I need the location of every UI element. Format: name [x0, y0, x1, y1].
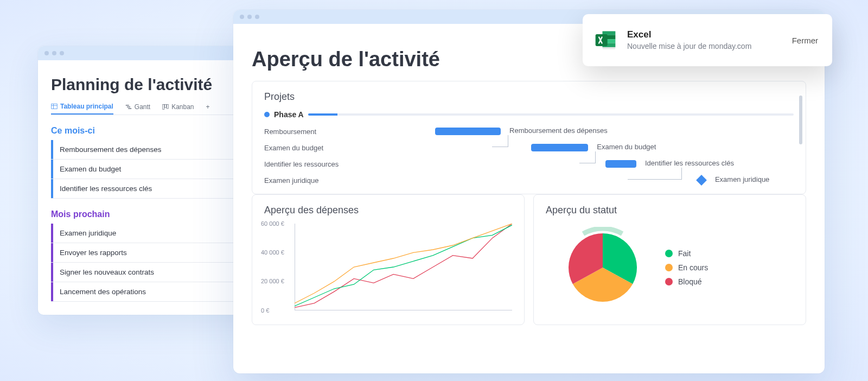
expenses-line-chart: 60 000 € 40 000 € 20 000 € 0 € [295, 224, 512, 310]
card-heading: Aperçu du statut [546, 205, 794, 216]
gantt-row[interactable]: Identifier les ressources Identifier les… [264, 156, 794, 172]
projects-card: Projets Phase A Remboursement Remboursem… [252, 81, 806, 194]
svg-rect-0 [52, 104, 58, 109]
legend-item: Fait [665, 249, 708, 258]
tab-kanban[interactable]: Kanban [162, 99, 194, 115]
chart-lines [295, 224, 512, 310]
gantt-bar[interactable] [435, 128, 501, 135]
tab-label: Gantt [135, 103, 150, 111]
legend-label: Bloqué [678, 277, 702, 286]
task-name: Remboursement des dépenses [53, 145, 252, 154]
excel-icon [593, 28, 617, 52]
gantt-row[interactable]: Examen du budget Examen du budget [264, 139, 794, 156]
task-name: Identifier les ressources clés [53, 185, 252, 193]
gantt-row-label: Examen juridique [264, 176, 356, 185]
toast-title: Excel [627, 29, 779, 40]
toast-subtitle: Nouvelle mise à jour de monday.com [627, 41, 779, 52]
y-tick: 40 000 € [261, 249, 284, 256]
svg-rect-14 [596, 34, 608, 46]
status-card: Aperçu du statut Fait En cours [533, 194, 806, 325]
tab-label: Tableau principal [60, 103, 113, 110]
scrollbar-thumb[interactable] [799, 96, 802, 144]
kanban-icon [162, 104, 169, 110]
svg-rect-8 [167, 105, 168, 109]
svg-rect-4 [127, 106, 130, 107]
svg-rect-3 [126, 105, 129, 106]
svg-rect-5 [128, 108, 131, 109]
tab-label: Kanban [171, 103, 194, 111]
legend-swatch [665, 264, 673, 271]
gantt-milestone-icon[interactable] [696, 175, 707, 186]
gantt-bar-label: Examen juridique [715, 175, 769, 183]
card-heading: Aperçu des dépenses [264, 205, 512, 216]
y-tick: 60 000 € [261, 220, 284, 227]
group-title[interactable]: Mois prochain [51, 209, 110, 219]
legend-item: En cours [665, 263, 708, 272]
legend-item: Bloqué [665, 277, 708, 286]
y-tick: 0 € [261, 307, 269, 314]
gantt-row-label: Examen du budget [264, 144, 356, 152]
phase-timeline [308, 113, 794, 116]
gantt-bar[interactable] [531, 144, 588, 151]
task-name: Examen juridique [53, 229, 252, 237]
gantt-bar-label: Remboursement des dépenses [509, 126, 608, 135]
gantt-phase-header[interactable]: Phase A [264, 110, 794, 119]
plus-icon: + [206, 103, 210, 111]
legend-label: En cours [678, 263, 708, 272]
task-name: Envoyer les rapports [53, 249, 252, 257]
legend-swatch [665, 278, 673, 285]
svg-rect-6 [163, 105, 164, 110]
tab-gantt[interactable]: Gantt [125, 99, 150, 115]
task-name: Signer les nouveaux contrats [53, 268, 252, 276]
add-view-button[interactable]: + [206, 99, 210, 115]
gantt-bar-label: Identifier les ressources clés [645, 159, 734, 167]
expenses-card: Aperçu des dépenses 60 000 € 40 000 € 20… [252, 194, 525, 325]
toast-close-button[interactable]: Fermer [789, 31, 821, 49]
svg-rect-7 [165, 105, 167, 108]
phase-dot-icon [264, 112, 270, 117]
gantt-row[interactable]: Examen juridique Examen juridique [264, 172, 794, 188]
pie-legend: Fait En cours Bloqué [665, 249, 708, 286]
task-name: Lancement des opérations [53, 288, 252, 296]
group-title[interactable]: Ce mois-ci [51, 126, 95, 136]
gantt-bar[interactable] [605, 160, 636, 168]
gantt-row-label: Identifier les ressources [264, 160, 356, 168]
tab-main-table[interactable]: Tableau principal [51, 99, 113, 115]
table-icon [51, 103, 58, 110]
gantt-bar-label: Examen du budget [597, 143, 656, 151]
gantt-icon [125, 104, 132, 110]
gantt-row[interactable]: Remboursement Remboursement des dépenses [264, 123, 794, 139]
y-tick: 20 000 € [261, 278, 284, 284]
card-heading: Projets [264, 91, 794, 103]
notification-toast: Excel Nouvelle mise à jour de monday.com… [583, 14, 832, 66]
legend-swatch [665, 250, 673, 257]
task-name: Examen du budget [53, 165, 252, 173]
gantt-row-label: Remboursement [264, 128, 356, 136]
phase-label: Phase A [274, 110, 304, 119]
status-pie-chart [562, 227, 643, 308]
legend-label: Fait [678, 249, 691, 258]
